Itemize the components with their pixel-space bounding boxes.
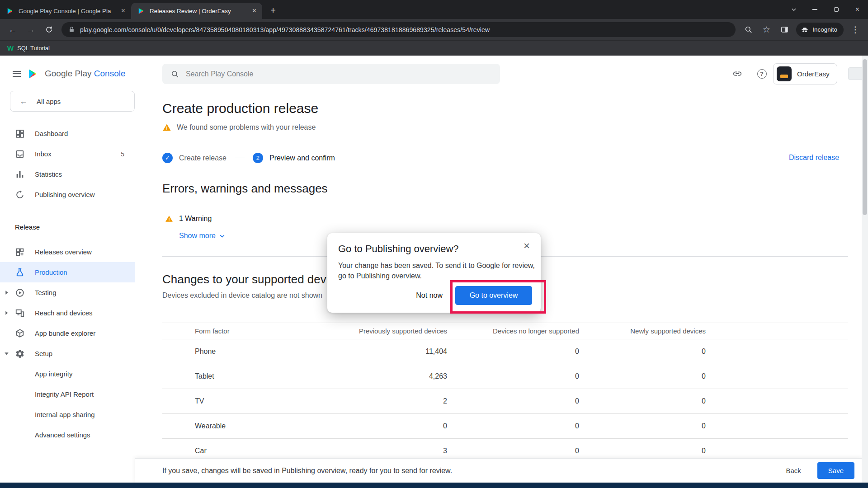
not-now-button[interactable]: Not now (416, 291, 443, 300)
releases-overview-icon (15, 247, 25, 257)
go-to-overview-button[interactable]: Go to overview (455, 286, 532, 305)
tab-title: Google Play Console | Google Pla (19, 8, 115, 14)
production-icon (15, 267, 25, 277)
search-input[interactable] (186, 70, 492, 78)
minimize-icon (812, 9, 817, 10)
url-text: play.google.com/console/u/0/developers/8… (80, 26, 490, 33)
back-arrow-icon: ← (19, 97, 28, 106)
all-apps-button[interactable]: ← All apps (10, 91, 135, 112)
dialog-body: Your change has been saved. To send it t… (338, 261, 537, 281)
tab-google-play-console[interactable]: Google Play Console | Google Pla × (0, 3, 131, 19)
minimize-button[interactable] (804, 0, 826, 19)
incognito-badge[interactable]: Incognito (796, 23, 844, 37)
device-support-table: Form factor Previously supported devices… (162, 323, 848, 464)
bottom-strip (0, 483, 868, 488)
gear-icon (15, 349, 25, 359)
back-icon[interactable]: ← (4, 21, 22, 39)
reach-and-devices-icon (15, 308, 25, 318)
menu-hamburger-icon[interactable] (13, 69, 21, 78)
publishing-overview-icon (15, 190, 25, 200)
expand-right-icon[interactable] (4, 290, 9, 295)
side-panel-icon[interactable] (775, 21, 793, 39)
sidebar-item-production[interactable]: Production (0, 262, 135, 282)
problem-banner: We found some problems with your release (162, 123, 316, 132)
menu-icon[interactable]: ⋮ (846, 21, 864, 39)
show-more-button[interactable]: Show more (179, 232, 225, 240)
close-icon[interactable]: × (520, 239, 533, 253)
step1-label: Create release (179, 154, 226, 162)
address-bar[interactable]: play.google.com/console/u/0/developers/8… (61, 22, 736, 37)
sidebar-item-dashboard[interactable]: Dashboard (0, 123, 135, 144)
publishing-overview-dialog: Go to Publishing overview? × Your change… (327, 233, 541, 313)
back-button[interactable]: Back (781, 463, 805, 478)
bookmark-sql-tutorial[interactable]: W SQL Tutorial (7, 44, 50, 52)
incognito-label: Incognito (812, 26, 837, 33)
column-header: Newly supported devices (579, 327, 706, 335)
app-name: OrderEasy (797, 70, 830, 78)
play-store-favicon (6, 7, 14, 15)
bookmarks-bar: W SQL Tutorial (0, 40, 868, 56)
sidebar-item-app-integrity[interactable]: App integrity (0, 364, 135, 384)
dashboard-icon (15, 129, 25, 139)
sidebar: Google Play Console ← All apps Dashboard… (0, 56, 135, 483)
app-switcher[interactable]: OrderEasy (773, 63, 837, 84)
sidebar-item-integrity-api-report[interactable]: Integrity API Report (0, 384, 135, 404)
page-scrollbar[interactable] (862, 56, 868, 483)
console-search-bar[interactable] (162, 64, 500, 84)
dialog-actions: Not now Go to overview (416, 286, 532, 305)
chevron-down-icon (219, 233, 225, 239)
column-header: Devices no longer supported (447, 327, 579, 335)
help-icon[interactable]: ? (753, 65, 771, 83)
link-icon[interactable] (728, 65, 746, 83)
table-row: Tablet 4,263 0 0 (162, 364, 848, 389)
sidebar-item-reach-and-devices[interactable]: Reach and devices (0, 303, 135, 323)
maximize-icon (834, 7, 839, 12)
tab-close-icon[interactable]: × (120, 7, 127, 15)
sidebar-item-releases-overview[interactable]: Releases overview (0, 242, 135, 262)
page-title: Create production release (162, 101, 318, 116)
sidebar-item-internal-app-sharing[interactable]: Internal app sharing (0, 404, 135, 425)
step2-circle: 2 (253, 153, 263, 163)
column-header: Previously supported devices (316, 327, 447, 335)
sidebar-nav: Dashboard Inbox 5 Statistics Publishing … (0, 123, 135, 445)
inbox-icon (15, 149, 25, 159)
inbox-count-badge: 5 (121, 150, 124, 158)
sidebar-item-advanced-settings[interactable]: Advanced settings (0, 425, 135, 445)
app-bundle-explorer-icon (15, 328, 25, 338)
warning-icon (162, 123, 171, 132)
save-button[interactable]: Save (817, 462, 854, 479)
incognito-icon (801, 26, 809, 34)
tab-releases-review[interactable]: Releases Review | OrderEasy × (131, 3, 262, 19)
scrollbar-thumb[interactable] (863, 59, 867, 215)
expand-right-icon[interactable] (4, 310, 9, 315)
step-connector (235, 158, 245, 159)
sidebar-item-testing[interactable]: Testing (0, 282, 135, 303)
new-tab-button[interactable]: + (266, 3, 280, 18)
step2-label: Preview and confirm (269, 154, 335, 162)
warning-icon (165, 215, 173, 223)
sidebar-item-publishing-overview[interactable]: Publishing overview (0, 184, 135, 205)
sidebar-item-statistics[interactable]: Statistics (0, 164, 135, 184)
play-console-logo-icon (27, 68, 38, 80)
close-window-button[interactable]: × (847, 0, 868, 19)
sidebar-item-inbox[interactable]: Inbox 5 (0, 144, 135, 164)
table-row: Wearable 0 0 0 (162, 414, 848, 439)
devices-heading: Changes to your supported devices (162, 272, 347, 286)
tab-search-chevron-icon[interactable] (783, 0, 804, 19)
forward-icon[interactable]: → (22, 21, 40, 39)
all-apps-label: All apps (37, 98, 61, 105)
table-header-row: Form factor Previously supported devices… (162, 323, 848, 339)
save-note: If you save, changes will be saved in Pu… (162, 467, 452, 475)
tab-close-icon[interactable]: × (251, 7, 258, 15)
search-icon[interactable] (739, 21, 757, 39)
sidebar-item-setup[interactable]: Setup (0, 343, 135, 364)
release-stepper: ✓ Create release 2 Preview and confirm (162, 153, 335, 163)
problem-banner-text: We found some problems with your release (177, 123, 316, 131)
sidebar-item-app-bundle-explorer[interactable]: App bundle explorer (0, 323, 135, 343)
discard-release-link[interactable]: Discard release (789, 154, 839, 162)
collapse-down-icon[interactable] (4, 351, 9, 356)
bookmark-star-icon[interactable]: ☆ (757, 21, 775, 39)
reload-icon[interactable] (40, 21, 58, 39)
browser-toolbar: ← → play.google.com/console/u/0/develope… (0, 19, 868, 40)
maximize-button[interactable] (826, 0, 847, 19)
